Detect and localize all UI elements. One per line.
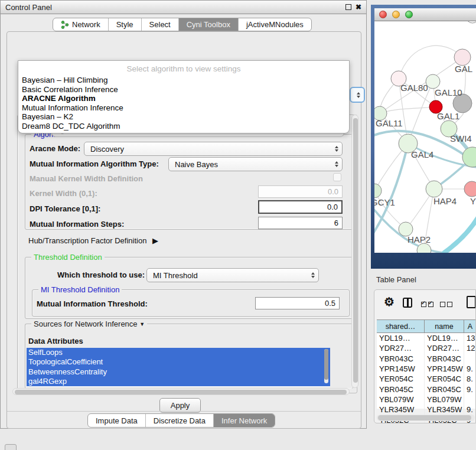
tab-infer-network[interactable]: Infer Network [213, 414, 275, 427]
cyni-mode-tabs: Impute DataDiscretize DataInfer Network [87, 413, 275, 428]
table-row[interactable]: YBR043CYBR043C [377, 354, 476, 364]
table-cell: 12 [464, 343, 476, 353]
table-row[interactable]: YPR145WYPR145W9. [377, 364, 476, 374]
aracne-mode-value: Discovery [90, 145, 124, 154]
aracne-mode-combobox[interactable]: Discovery [84, 142, 343, 156]
which-threshold-combobox[interactable]: MI Threshold [146, 268, 319, 282]
table-cell: 9. [464, 364, 476, 374]
settings-horizontal-scrollbar[interactable] [12, 388, 350, 395]
tab-discretize-data[interactable]: Discretize Data [145, 414, 213, 427]
dpi-tolerance-input[interactable] [258, 200, 343, 214]
sources-title-label: Sources for Network Inference [34, 319, 138, 328]
network-edge[interactable] [444, 215, 476, 253]
node-label: GAL80 [400, 83, 428, 93]
tab-jactivemnodules[interactable]: jActiveMNodules [238, 18, 311, 31]
network-node-hap4[interactable] [426, 181, 442, 197]
manual-kernel-label: Manual Kernel Width Definition [30, 174, 143, 183]
table-row[interactable]: YER054CYER054C8. [377, 374, 476, 384]
network-edge[interactable] [399, 45, 462, 79]
data-attributes-list[interactable]: SelfLoopsTopologicalCoefficientBetweenne… [27, 348, 330, 387]
column-header[interactable]: shared… [377, 320, 425, 332]
attribute-item[interactable]: gal4RGexp [27, 377, 330, 386]
dropdown-item[interactable]: Dream8 DC_TDC Algorithm [18, 122, 349, 131]
table-cell: 13 [464, 333, 476, 343]
network-node[interactable] [466, 21, 476, 23]
mi-type-combobox[interactable]: Naive Bayes [168, 157, 343, 171]
dropdown-item[interactable]: Basic Correlation Inference [18, 85, 349, 94]
table-horizontal-scrollbar[interactable] [377, 415, 475, 421]
tab-cyni-toolbox[interactable]: Cyni Toolbox [178, 18, 238, 31]
tab-select[interactable]: Select [141, 18, 178, 31]
table-cell: YBL079W [425, 394, 464, 405]
tab-impute-data[interactable]: Impute Data [88, 414, 145, 427]
network-node-y[interactable] [464, 181, 476, 197]
attribute-item[interactable]: TopologicalCoefficient [27, 357, 330, 367]
threshold-definition-title: Threshold Definition [31, 253, 105, 262]
table-cell: 8. [464, 374, 476, 384]
sources-title[interactable]: Sources for Network Inference ▼ [31, 319, 147, 328]
node-label: GAL11 [376, 118, 403, 128]
dropdown-item[interactable]: Bayesian – K2 [18, 112, 349, 122]
mi-steps-input[interactable] [258, 217, 343, 229]
table-toolbar: ⚙ [374, 290, 475, 318]
algorithm-combobox-edge[interactable] [350, 87, 365, 103]
table-cell: 9. [464, 384, 476, 394]
table-cell: YPR145W [425, 364, 464, 374]
table-cell [464, 354, 476, 364]
hub-definition-toggle[interactable]: Hub/Transcription Factor Definition ▶ [28, 236, 158, 245]
tab-style[interactable]: Style [108, 18, 141, 31]
stepper-icon [335, 146, 338, 152]
column-header[interactable]: name [425, 320, 464, 332]
dropdown-item[interactable]: Mutual Information Inference [18, 103, 349, 113]
attribute-item[interactable]: SelfLoops [27, 348, 330, 357]
close-traffic-light-icon[interactable] [379, 11, 387, 18]
network-window-titlebar [374, 8, 476, 21]
network-icon [61, 21, 69, 29]
collapsed-panel-icon[interactable] [5, 444, 17, 450]
data-attributes-label: Data Attributes [28, 337, 83, 345]
tab-label: Select [149, 20, 171, 29]
stepper-icon [335, 161, 338, 167]
dropdown-item[interactable]: Bayesian – Hill Climbing [18, 76, 349, 85]
gear-icon[interactable]: ⚙ [384, 295, 395, 309]
manual-kernel-checkbox[interactable] [333, 173, 341, 181]
node-label: HAP4 [433, 196, 457, 206]
table-cell: YBR045C [425, 384, 464, 394]
table-row[interactable]: YDL19…YDL19…13 [377, 333, 476, 343]
column-layout-icon[interactable] [403, 298, 412, 308]
network-canvas[interactable]: GALGAL80GAL10GAL1GAL11SWI4GAL4GCY1HAP4YH… [374, 21, 476, 253]
table-row[interactable]: YBL079WYBL079W [377, 394, 476, 405]
table-cell [464, 394, 476, 405]
network-node-gal[interactable] [454, 49, 471, 66]
kernel-width-input[interactable] [258, 185, 343, 198]
dropdown-item[interactable]: ARACNE Algorithm [18, 94, 349, 103]
deselect-all-icon[interactable] [440, 300, 454, 309]
list-scrollbar[interactable] [324, 349, 328, 383]
attribute-item[interactable]: BetweennessCentrality [27, 367, 330, 377]
table-row[interactable]: YDR27…YDR27…12 [377, 343, 476, 353]
tab-network[interactable]: Network [53, 18, 108, 31]
column-header[interactable]: A [464, 320, 476, 332]
node-table[interactable]: shared…nameA YDL19…YDL19…13YDR27…YDR27…1… [377, 319, 476, 409]
float-window-icon[interactable] [345, 4, 351, 10]
table-cell: YLR345W [377, 405, 425, 415]
table-row[interactable]: YBR045CYBR045C9. [377, 384, 476, 394]
node-label: SWI4 [450, 133, 472, 144]
network-node[interactable] [417, 243, 431, 253]
table-cell: 9. [464, 405, 476, 415]
select-all-icon[interactable] [421, 300, 435, 309]
table-panel-title: Table Panel [376, 275, 416, 284]
algorithm-dropdown-list: Select algorithm to view settings Bayesi… [18, 60, 350, 133]
table-cell: YBR043C [425, 354, 464, 364]
settings-vertical-scrollbar[interactable] [351, 115, 358, 388]
table-row[interactable]: YLR345WYLR345W9. [377, 405, 476, 415]
mi-threshold-definition-title: MI Threshold Definition [38, 285, 122, 294]
close-icon[interactable]: ✖ [356, 4, 361, 11]
mi-threshold-input[interactable] [255, 297, 340, 309]
network-node-gcy1[interactable] [374, 184, 382, 198]
minimize-traffic-light-icon[interactable] [392, 11, 400, 18]
chevron-down-icon: ▼ [139, 321, 145, 327]
node-label: GAL10 [435, 87, 462, 97]
zoom-traffic-light-icon[interactable] [405, 11, 413, 18]
document-icon[interactable] [467, 296, 476, 308]
